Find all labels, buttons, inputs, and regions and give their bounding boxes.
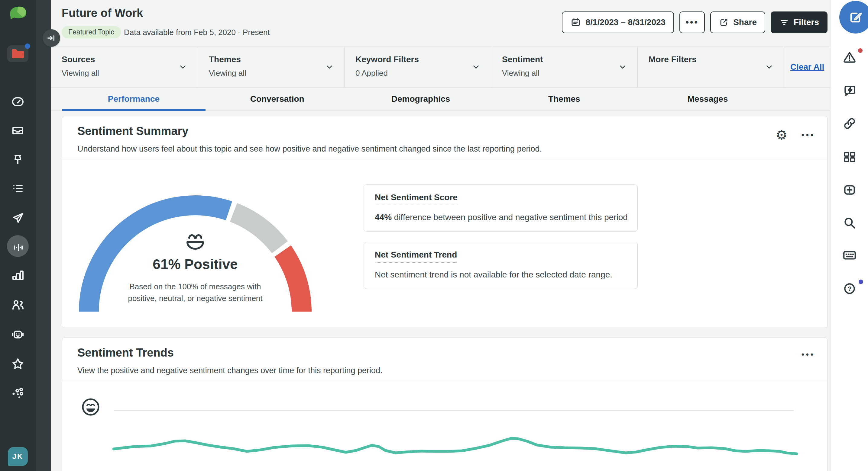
svg-text:?: ? xyxy=(847,285,851,292)
data-availability-text: Data available from Feb 5, 2020 - Presen… xyxy=(124,28,270,37)
main-content: Future of Work Featured Topic Data avail… xyxy=(51,0,830,471)
share-label: Share xyxy=(733,18,757,27)
positive-smiley-icon xyxy=(83,399,98,415)
filter-section-more-filters[interactable]: More Filters xyxy=(638,47,784,87)
help-notification-dot xyxy=(859,279,863,284)
sidebar-item-reports[interactable] xyxy=(0,267,36,284)
card-subtitle: View the positive and negative sentiment… xyxy=(78,366,827,375)
filter-bar: Sources Viewing all Themes Viewing all K… xyxy=(51,46,830,88)
sidebar-item-listening[interactable] xyxy=(0,239,36,256)
share-icon xyxy=(719,17,729,28)
sentiment-gauge: 61% Positive Based on the 100% of messag… xyxy=(62,182,328,318)
rail-item-search[interactable] xyxy=(831,212,868,233)
rail-item-quick-replies[interactable] xyxy=(831,80,868,101)
report-tabs: Performance Conversation Demographics Th… xyxy=(51,88,830,111)
help-icon: ? xyxy=(842,281,857,296)
left-sidebar: JK xyxy=(0,0,36,471)
listening-waveform-icon xyxy=(10,240,25,255)
net-sentiment-trend-box: Net Sentiment Trend Net sentiment trend … xyxy=(364,242,638,289)
sidebar-secondary-rail xyxy=(36,0,51,471)
keyboard-icon xyxy=(842,247,857,263)
net-sentiment-trend-text: Net sentiment trend is not available for… xyxy=(375,270,638,279)
rail-item-apps[interactable] xyxy=(831,146,868,168)
filter-section-sources[interactable]: Sources Viewing all xyxy=(51,47,198,87)
star-icon xyxy=(10,357,25,371)
net-sentiment-score-title[interactable]: Net Sentiment Score xyxy=(375,193,458,205)
net-sentiment-trend-title[interactable]: Net Sentiment Trend xyxy=(375,250,457,263)
sidebar-item-publishing[interactable] xyxy=(0,209,36,227)
net-sentiment-score-text: 44% difference between positive and nega… xyxy=(375,212,638,222)
gauge-caption: Based on the 100% of messages with posit… xyxy=(117,281,274,304)
chevron-down-icon xyxy=(178,63,187,72)
right-utility-rail: ? xyxy=(830,0,868,471)
chevron-down-icon xyxy=(471,63,480,72)
pin-icon xyxy=(10,153,25,167)
card-subtitle: Understand how users feel about this top… xyxy=(78,144,827,154)
filter-section-sentiment[interactable]: Sentiment Viewing all xyxy=(491,47,638,87)
date-range-label: 8/1/2023 – 8/31/2023 xyxy=(585,18,665,27)
card-more-options[interactable]: ••• xyxy=(802,130,815,140)
calendar-icon xyxy=(570,17,581,28)
folder-notification-dot xyxy=(25,43,30,49)
featured-topic-badge: Featured Topic xyxy=(62,26,121,38)
cluster-dots-icon xyxy=(10,386,25,400)
plus-square-icon xyxy=(842,182,857,198)
filters-label: Filters xyxy=(794,18,819,27)
tab-demographics[interactable]: Demographics xyxy=(349,88,493,110)
sidebar-item-automation[interactable] xyxy=(0,326,36,343)
sidebar-item-reviews[interactable] xyxy=(0,355,36,373)
gauge-value-label: 61% Positive xyxy=(62,256,328,272)
filter-section-keyword-filters[interactable]: Keyword Filters 0 Applied xyxy=(345,47,491,87)
page-header: Future of Work Featured Topic Data avail… xyxy=(51,0,830,46)
page-title: Future of Work xyxy=(62,7,143,20)
card-title: Sentiment Trends xyxy=(78,346,827,359)
date-range-button[interactable]: 8/1/2023 – 8/31/2023 xyxy=(562,11,674,33)
project-folder-tile[interactable] xyxy=(7,45,28,62)
rail-item-keyboard-shortcuts[interactable] xyxy=(831,244,868,266)
filter-icon xyxy=(779,17,789,28)
rail-item-add[interactable] xyxy=(831,179,868,200)
net-sentiment-score-box: Net Sentiment Score 44% difference betwe… xyxy=(364,184,638,232)
sidebar-item-network[interactable] xyxy=(0,384,36,402)
chevron-down-icon xyxy=(618,63,627,72)
alert-icon xyxy=(842,50,857,65)
more-options-button[interactable]: ••• xyxy=(679,11,705,33)
user-avatar[interactable]: JK xyxy=(8,447,28,466)
expand-panel-button[interactable] xyxy=(42,29,60,47)
chevron-down-icon xyxy=(765,63,774,72)
sprout-social-logo[interactable] xyxy=(8,5,28,20)
card-settings-gear-icon[interactable]: ⚙ xyxy=(776,128,787,142)
inbox-tray-icon xyxy=(10,124,25,138)
sentiment-trend-chart xyxy=(62,381,828,471)
tab-conversation[interactable]: Conversation xyxy=(206,88,349,110)
speedometer-icon xyxy=(10,95,25,109)
tab-themes[interactable]: Themes xyxy=(492,88,636,110)
robot-icon xyxy=(10,327,25,342)
link-icon xyxy=(842,116,857,131)
clear-all-link[interactable]: Clear All xyxy=(790,62,825,72)
tab-messages[interactable]: Messages xyxy=(636,88,779,110)
filters-button[interactable]: Filters xyxy=(771,11,828,33)
sidebar-item-pinned[interactable] xyxy=(0,151,36,168)
alerts-notification-dot xyxy=(858,48,863,53)
people-icon xyxy=(10,298,25,312)
chat-lightning-icon xyxy=(842,83,857,98)
sidebar-item-dashboard[interactable] xyxy=(0,93,36,110)
positive-sentiment-line xyxy=(114,438,797,454)
header-toolbar: 8/1/2023 – 8/31/2023 ••• Share F xyxy=(562,11,828,33)
compose-button[interactable] xyxy=(839,1,868,34)
sentiment-trends-card: Sentiment Trends View the positive and n… xyxy=(62,338,828,471)
sentiment-summary-card: Sentiment Summary Understand how users f… xyxy=(62,116,828,328)
share-button[interactable]: Share xyxy=(710,11,765,33)
card-more-options[interactable]: ••• xyxy=(802,350,815,359)
sidebar-item-audience[interactable] xyxy=(0,296,36,314)
chevron-down-icon xyxy=(325,63,334,72)
rail-item-link[interactable] xyxy=(831,113,868,134)
sentiment-summary-header: Sentiment Summary Understand how users f… xyxy=(62,116,827,160)
card-title: Sentiment Summary xyxy=(78,125,827,138)
filter-section-themes[interactable]: Themes Viewing all xyxy=(198,47,345,87)
sidebar-item-inbox[interactable] xyxy=(0,122,36,139)
tab-performance[interactable]: Performance xyxy=(62,88,206,110)
sidebar-item-lists[interactable] xyxy=(0,180,36,198)
sentiment-trends-header: Sentiment Trends View the positive and n… xyxy=(62,338,827,381)
